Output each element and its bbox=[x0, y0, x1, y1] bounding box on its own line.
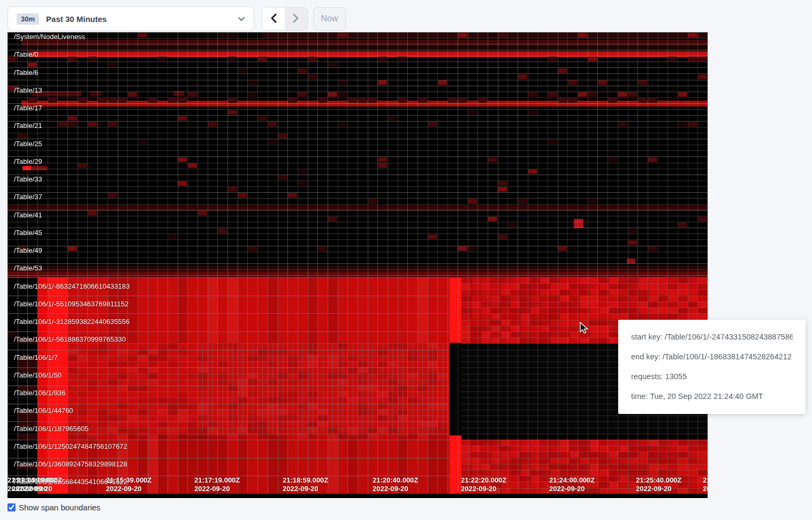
tooltip-start-key: start key: /Table/106/1/-247433150824388… bbox=[631, 327, 793, 347]
prev-time-button[interactable] bbox=[262, 7, 285, 30]
time-range-label: Past 30 Minutes bbox=[46, 14, 238, 24]
toolbar: 30m Past 30 Minutes Now bbox=[0, 0, 812, 32]
footer: Show span boundaries bbox=[7, 503, 101, 512]
key-visualizer: /System/NodeLiveness/Table/0/Table/6/Tab… bbox=[7, 32, 708, 498]
heatmap-canvas[interactable] bbox=[7, 32, 708, 498]
chevron-right-icon bbox=[293, 13, 299, 25]
chevron-down-icon bbox=[238, 14, 245, 24]
time-nav-group bbox=[262, 7, 308, 31]
tooltip-time: time: Tue, 20 Sep 2022 21:24:40 GMT bbox=[631, 387, 793, 406]
chevron-left-icon bbox=[270, 13, 277, 25]
tooltip-end-key: end key: /Table/106/1/-18683814745282642… bbox=[631, 347, 793, 367]
time-range-badge: 30m bbox=[17, 13, 39, 25]
show-span-boundaries-checkbox[interactable] bbox=[7, 503, 16, 511]
show-span-boundaries-label[interactable]: Show span boundaries bbox=[19, 503, 101, 512]
now-button[interactable]: Now bbox=[313, 7, 346, 31]
tooltip-requests: requests: 13055 bbox=[631, 367, 793, 387]
hover-tooltip: start key: /Table/106/1/-247433150824388… bbox=[618, 320, 806, 414]
time-range-dropdown[interactable]: 30m Past 30 Minutes bbox=[7, 6, 254, 31]
next-time-button[interactable] bbox=[285, 7, 307, 30]
